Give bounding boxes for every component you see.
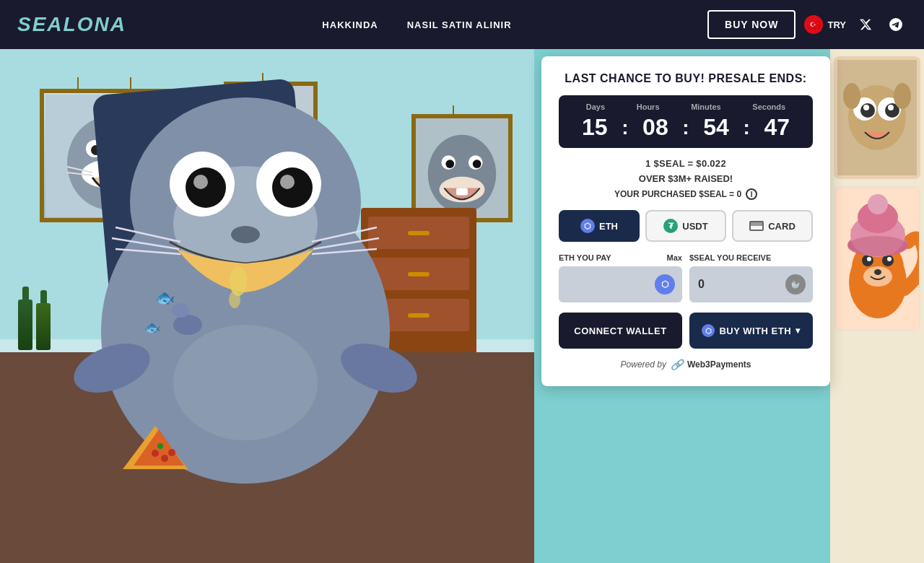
eth-input-group: ETH you pay Max ⬡ xyxy=(559,253,682,302)
eth-input-wrapper: ⬡ xyxy=(559,266,682,302)
minutes-value: 54 xyxy=(694,114,738,141)
pet-item-1 xyxy=(834,56,920,179)
nav-links: HAKKINDA NASIL SATIN ALINIR xyxy=(322,19,511,30)
presale-title: LAST CHANCE TO BUY! PRESALE ENDS: xyxy=(559,72,813,85)
seal-receive-label: $SEAL you receive xyxy=(689,253,771,262)
seal-input-wrapper: 🦭 xyxy=(689,266,813,302)
powered-by: Powered by 🔗 Web3Payments xyxy=(559,359,813,370)
lang-button[interactable]: 🇹🇷 TRY xyxy=(804,15,846,34)
bottle-body xyxy=(18,300,32,350)
svg-point-73 xyxy=(887,257,892,261)
lang-label: TRY xyxy=(827,19,846,30)
eth-tab-label: ETH xyxy=(599,221,618,232)
svg-point-45 xyxy=(173,315,202,335)
svg-point-35 xyxy=(229,291,240,308)
input-row: ETH you pay Max ⬡ $SEAL you receive 🦭 xyxy=(559,253,813,302)
web3-logo-icon: 🔗 xyxy=(671,359,683,370)
buy-now-button[interactable]: BUY NOW xyxy=(707,10,796,39)
bottle-body-2 xyxy=(36,303,51,350)
navbar: SEALONA HAKKINDA NASIL SATIN ALINIR BUY … xyxy=(0,0,924,49)
buy-with-eth-button[interactable]: ⬡ BUY WITH ETH ▾ xyxy=(689,313,813,349)
eth-coin-icon: ⬡ xyxy=(655,274,675,294)
svg-point-34 xyxy=(230,267,247,296)
chevron-down-icon: ▾ xyxy=(796,326,801,336)
sep-3: : xyxy=(743,116,749,139)
nav-right: BUY NOW 🇹🇷 TRY xyxy=(707,10,907,39)
usdt-icon: ₮ xyxy=(663,219,678,233)
seal-label-row: $SEAL you receive xyxy=(689,253,813,262)
eth-tab[interactable]: ⬡ ETH xyxy=(559,210,640,242)
seal-character-svg: 🐟 🐟 xyxy=(43,58,476,491)
svg-point-30 xyxy=(186,167,226,208)
eth-pay-label: ETH you pay xyxy=(559,253,611,262)
svg-point-80 xyxy=(847,236,908,256)
svg-point-81 xyxy=(868,194,888,214)
pet-svg-1 xyxy=(837,60,917,175)
countdown-values: 15 : 08 : 54 : 47 xyxy=(570,114,801,141)
buy-eth-icon: ⬡ xyxy=(702,324,715,337)
x-social-icon[interactable] xyxy=(855,14,876,35)
svg-point-55 xyxy=(157,443,163,449)
price-info: 1 $SEAL = $0.022 xyxy=(559,158,813,169)
eth-label-row: ETH you pay Max xyxy=(559,253,682,262)
nav-link-nasil[interactable]: NASIL SATIN ALINIR xyxy=(407,19,512,30)
card-tab-label: CARD xyxy=(768,221,796,232)
svg-point-32 xyxy=(193,175,208,189)
svg-text:🐟: 🐟 xyxy=(155,288,175,307)
max-label[interactable]: Max xyxy=(667,253,682,262)
svg-point-74 xyxy=(874,269,881,275)
logo: SEALONA xyxy=(17,13,126,36)
raised-info: OVER $3M+ RAISED! xyxy=(559,173,813,184)
nav-link-hakkinda[interactable]: HAKKINDA xyxy=(322,19,378,30)
logo-text: SEALONA xyxy=(17,13,126,35)
hours-label: Hours xyxy=(637,102,660,111)
web3-label: Web3Payments xyxy=(687,359,751,370)
room-background: 🐟 🐟 xyxy=(0,49,534,563)
seconds-value: 47 xyxy=(755,114,798,141)
countdown-labels: Days Hours Minutes Seconds xyxy=(570,102,801,111)
pet-item-2 xyxy=(834,186,920,331)
bottle-neck xyxy=(22,287,29,300)
sep-1: : xyxy=(622,116,628,139)
telegram-icon[interactable] xyxy=(885,14,907,35)
minutes-label: Minutes xyxy=(691,102,721,111)
card-stripe xyxy=(751,222,762,226)
pet-svg-2 xyxy=(836,188,919,329)
right-pets-panel xyxy=(830,49,924,563)
svg-text:🐟: 🐟 xyxy=(144,320,161,336)
info-icon[interactable]: i xyxy=(746,188,757,200)
connect-wallet-button[interactable]: CONNECT WALLET xyxy=(559,313,682,349)
seconds-label: Seconds xyxy=(752,102,785,111)
flag-icon: 🇹🇷 xyxy=(804,15,823,34)
powered-by-text: Powered by xyxy=(621,359,666,370)
bottle-neck-2 xyxy=(40,290,47,303)
currency-tabs: ⬡ ETH ₮ USDT CARD xyxy=(559,210,813,242)
card-tab[interactable]: CARD xyxy=(732,210,813,242)
purchased-text: YOUR PURCHASED $SEAL = 0 xyxy=(614,189,741,199)
sep-2: : xyxy=(682,116,689,139)
bottle-1 xyxy=(18,287,32,350)
hours-value: 08 xyxy=(634,114,677,141)
svg-point-64 xyxy=(843,83,860,109)
days-label: Days xyxy=(586,102,605,111)
eth-icon: ⬡ xyxy=(580,219,595,233)
svg-point-53 xyxy=(161,455,168,462)
buy-eth-label: BUY WITH ETH xyxy=(719,326,791,336)
svg-point-54 xyxy=(168,449,175,456)
seal-character: 🐟 🐟 xyxy=(43,58,476,491)
svg-point-72 xyxy=(867,257,871,261)
card-icon xyxy=(749,221,764,231)
svg-point-62 xyxy=(863,105,869,110)
days-value: 15 xyxy=(573,114,616,141)
countdown-box: Days Hours Minutes Seconds 15 : 08 : 54 … xyxy=(559,95,813,148)
usdt-tab[interactable]: ₮ USDT xyxy=(645,210,726,242)
floor-bottles xyxy=(18,287,51,350)
svg-point-33 xyxy=(280,175,295,189)
seal-input-group: $SEAL you receive 🦭 xyxy=(689,253,813,302)
bottle-2 xyxy=(36,290,51,350)
scene: 🐟 🐟 xyxy=(0,49,924,563)
purchased-info: YOUR PURCHASED $SEAL = 0 i xyxy=(559,188,813,200)
action-buttons: CONNECT WALLET ⬡ BUY WITH ETH ▾ xyxy=(559,313,813,349)
svg-point-52 xyxy=(152,450,159,457)
svg-point-65 xyxy=(894,83,911,109)
